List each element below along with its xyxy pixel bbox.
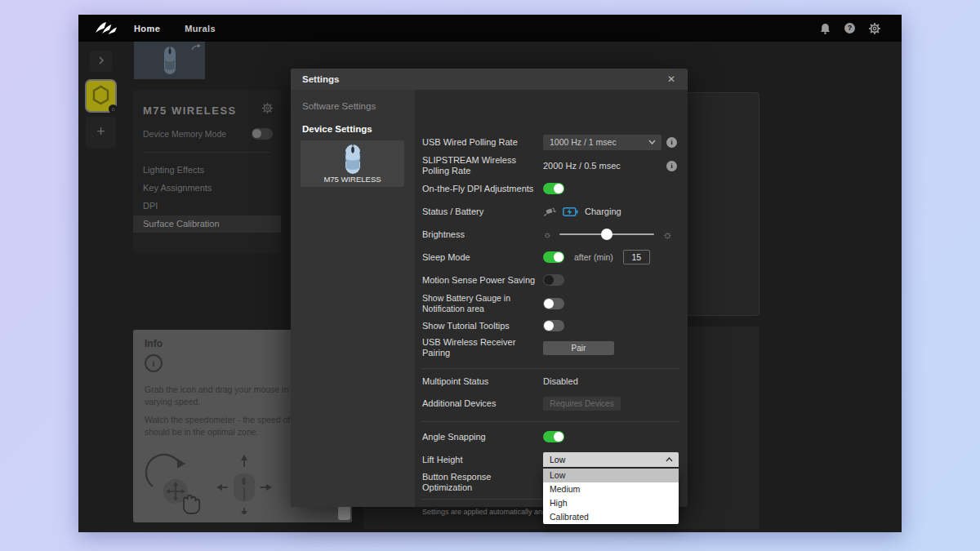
brightness-slider-knob[interactable] [601,229,612,240]
modal-nav: Software Settings Device Settings M75 WI… [291,90,415,507]
profile-tile[interactable]: ⌂ [85,79,117,113]
add-profile-button[interactable]: + [86,117,116,148]
row-motion-sense: Motion Sense Power Saving [422,272,679,288]
motion-sense-toggle[interactable] [543,274,564,286]
settings-modal: Settings ✕ Software Settings Device Sett… [291,69,688,507]
divider [143,152,271,153]
row-brightness: Brightness ☼ ☼ [422,226,679,242]
sidebar-item-lighting-effects[interactable]: Lighting Effects [133,162,281,179]
close-icon: ✕ [667,73,675,85]
share-icon[interactable] [191,44,201,51]
row-battery-gauge: Show Battery Gauge in Notification area [422,291,679,316]
battery-gauge-toggle[interactable] [543,298,564,309]
notifications-bell-icon[interactable] [820,23,831,34]
chevron-right-icon [98,56,105,64]
dropdown-option-calibrated[interactable]: Calibrated [543,510,679,524]
multipoint-value: Disabled [543,376,578,386]
tab-device-settings[interactable]: Device Settings [302,124,372,134]
sidebar-item-surface-calibration[interactable]: Surface Calibration [133,216,281,233]
lift-height-dropdown: Low Medium High Calibrated [543,469,679,524]
hand-cursor-icon [184,495,199,513]
row-sleep-mode: Sleep Mode after (min) [422,249,679,265]
modal-body: USB Wired Polling Rate 1000 Hz / 1 msec … [415,90,688,507]
row-receiver-pairing: USB Wireless Receiver Pairing Pair [422,340,679,356]
dropdown-option-medium[interactable]: Medium [543,482,679,496]
slipstream-value: 2000 Hz / 0.5 msec [543,161,621,171]
sleep-mode-toggle[interactable] [543,251,564,263]
divider [422,421,679,422]
lift-height-select[interactable]: Low [543,452,679,467]
sleep-after-label: after (min) [574,252,613,262]
mouse-image [163,46,176,75]
usb-plug-icon [543,207,556,216]
brightness-high-icon: ☼ [662,228,673,241]
usb-polling-info-icon[interactable]: i [666,137,677,148]
requires-devices-button: Requires Devices [543,397,621,411]
divider [422,368,679,369]
device-title: M75 WIRELESS [143,104,237,117]
memory-mode-label: Device Memory Mode [143,129,252,139]
info-icon: i [145,354,163,372]
modal-title: Settings [302,69,339,90]
top-nav: Home Murals [134,24,216,33]
dropdown-option-high[interactable]: High [543,496,679,510]
info-title: Info [145,338,163,349]
row-slipstream-polling: SLIPSTREAM Wireless Polling Rate 2000 Hz… [422,158,679,174]
mouse-arrows-icon [216,455,272,514]
sidebar-item-key-assignments[interactable]: Key Assignments [133,180,281,197]
device-panel: M75 WIRELESS Device Memory Mode Lighting… [133,90,281,253]
slipstream-info-icon[interactable]: i [666,161,677,171]
device-card-mouse-image [343,144,363,175]
device-card-name: M75 WIRELESS [301,175,404,184]
nav-home[interactable]: Home [134,24,160,33]
memory-mode-toggle[interactable] [252,128,273,140]
app-window: ⌂ + M75 WIRELESS Device Memory Mode Ligh… [78,15,902,532]
row-tutorial-tooltips: Show Tutorial Tooltips [422,318,679,334]
dropdown-option-low[interactable]: Low [543,469,679,482]
battery-charging-icon [563,207,578,216]
row-otf-dpi: On-the-Fly DPI Adjustments [422,180,679,197]
expand-sidebar-button[interactable] [90,51,112,72]
topbar: Home Murals ? [78,15,902,42]
angle-snapping-toggle[interactable] [543,431,564,442]
pair-button[interactable]: Pair [543,341,614,355]
home-badge-icon: ⌂ [109,104,118,113]
row-multipoint: Multipoint Status Disabled [422,373,679,389]
settings-gear-icon[interactable] [869,23,880,34]
device-settings-gear-icon[interactable] [262,103,273,113]
brightness-slider[interactable] [559,229,654,240]
sleep-minutes-input[interactable] [623,250,650,264]
help-icon[interactable]: ? [844,23,855,33]
close-button[interactable]: ✕ [663,69,679,90]
tutorial-tooltips-toggle[interactable] [543,320,564,331]
modal-titlebar: Settings ✕ [291,69,688,90]
device-card[interactable]: M75 WIRELESS [301,140,404,187]
brightness-low-icon: ☼ [543,229,551,239]
row-usb-polling: USB Wired Polling Rate 1000 Hz / 1 msec … [422,134,679,150]
device-thumbnail[interactable] [134,42,205,79]
sidebar-item-dpi[interactable]: DPI [133,198,281,215]
otf-dpi-toggle[interactable] [543,183,564,194]
row-status-battery: Status / Battery Charging [422,203,679,220]
tab-software-settings[interactable]: Software Settings [302,101,376,111]
row-additional-devices: Additional Devices Requires Devices [422,395,679,411]
row-angle-snapping: Angle Snapping [422,429,679,445]
battery-status-text: Charging [585,207,621,216]
plus-icon: + [96,123,105,140]
usb-polling-select[interactable]: 1000 Hz / 1 msec [543,135,662,150]
chevron-down-icon [648,140,656,144]
nav-murals[interactable]: Murals [185,24,216,33]
corsair-logo[interactable] [95,20,119,37]
chevron-up-icon [666,457,673,462]
